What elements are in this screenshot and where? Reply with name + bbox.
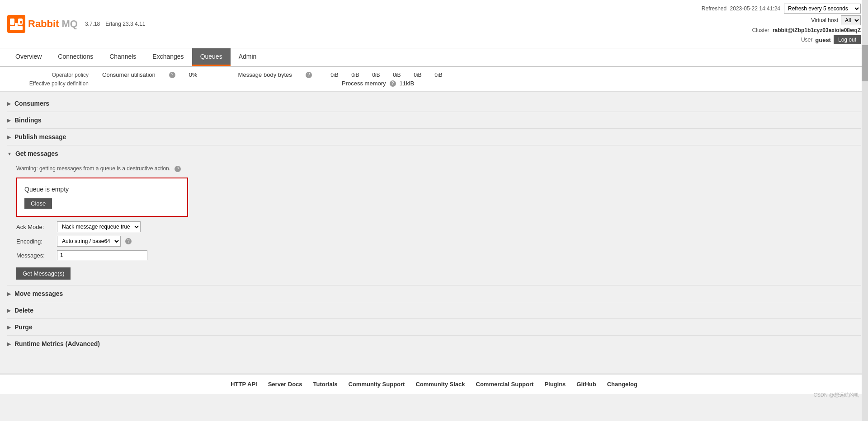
operator-policy-row: Operator policy Consumer utilisation ? 0…: [7, 70, 861, 79]
nav-item-connections[interactable]: Connections: [50, 48, 101, 66]
bindings-section-header[interactable]: ▶ Bindings: [7, 113, 861, 127]
logo: RabbitMQ: [7, 15, 78, 33]
footer-link-github[interactable]: GitHub: [576, 381, 596, 388]
publish-message-section-label: Publish message: [14, 133, 66, 140]
operator-policy-label: Operator policy: [7, 72, 89, 78]
watermark: CSDN @想远航的帆: [814, 392, 859, 394]
svg-rect-3: [10, 26, 23, 30]
main-content: ▶ Consumers ▶ Bindings ▶ Publish message…: [0, 92, 868, 356]
delete-section-label: Delete: [14, 307, 33, 314]
logo-area: RabbitMQ 3.7.18 Erlang 23.3.4.11: [7, 15, 145, 33]
footer-link-commercial-support[interactable]: Commercial Support: [476, 381, 534, 388]
queue-empty-popup: Queue is empty Close: [16, 178, 188, 217]
scrollbar[interactable]: [862, 0, 868, 394]
delete-divider: [7, 318, 861, 319]
consumers-section-label: Consumers: [14, 100, 49, 107]
message-body-bytes-help[interactable]: ?: [306, 72, 312, 78]
refresh-row: Refreshed 2023-05-22 14:41:24 Refresh ev…: [702, 4, 861, 14]
publish-message-section-header[interactable]: ▶ Publish message: [7, 130, 861, 144]
footer-link-tutorials[interactable]: Tutorials: [313, 381, 338, 388]
refresh-interval-select[interactable]: Refresh every 5 seconds Refresh every 10…: [784, 4, 861, 14]
message-body-bytes-values: 0iB 0iB 0iB 0iB 0iB 0iB: [326, 72, 448, 78]
purge-section-header[interactable]: ▶ Purge: [7, 320, 861, 334]
cluster-row: Cluster rabbit@iZbp1b1cyz03axioie08wqZ: [752, 27, 861, 33]
publish-divider: [7, 145, 861, 145]
close-popup-button[interactable]: Close: [24, 198, 52, 209]
move-messages-section-label: Move messages: [14, 290, 63, 297]
refreshed-label: Refreshed 2023-05-22 14:41:24: [702, 5, 780, 12]
svg-rect-4: [15, 23, 18, 26]
messages-input[interactable]: [57, 250, 147, 260]
warning-text: Warning: getting messages from a queue i…: [16, 165, 170, 172]
get-messages-arrow-icon: ▼: [7, 151, 12, 156]
consumer-utilisation-label: Consumer utilisation: [102, 71, 156, 78]
user-label: User: [801, 37, 812, 43]
vhost-select[interactable]: All: [841, 15, 861, 25]
messages-row: Messages:: [16, 250, 861, 260]
cluster-label: Cluster: [752, 27, 769, 33]
message-body-bytes-label: Message body bytes: [238, 71, 292, 78]
move-messages-section-header[interactable]: ▶ Move messages: [7, 286, 861, 301]
get-messages-content: Warning: getting messages from a queue i…: [7, 161, 861, 284]
process-memory-label: Process memory: [342, 80, 386, 87]
purge-arrow-icon: ▶: [7, 325, 11, 330]
footer-link-changelog[interactable]: Changelog: [607, 381, 637, 388]
vhost-label: Virtual host: [811, 17, 838, 23]
byte-val-6: 0iB: [429, 72, 448, 78]
byte-val-5: 0iB: [409, 72, 427, 78]
get-messages-section-label: Get messages: [15, 150, 58, 157]
encoding-row: Encoding: Auto string / base64 base64 ?: [16, 236, 861, 247]
scrollbar-thumb[interactable]: [862, 45, 868, 81]
nav-item-overview[interactable]: Overview: [7, 48, 50, 66]
ack-mode-select[interactable]: Nack message requeue true Ack message re…: [57, 221, 141, 232]
main-nav: Overview Connections Channels Exchanges …: [0, 48, 868, 67]
purge-divider: [7, 335, 861, 336]
runtime-metrics-arrow-icon: ▶: [7, 341, 11, 346]
delete-section-header[interactable]: ▶ Delete: [7, 303, 861, 318]
effective-policy-row: Effective policy definition Process memo…: [7, 79, 861, 88]
get-messages-button[interactable]: Get Message(s): [16, 267, 71, 280]
footer-link-server-docs[interactable]: Server Docs: [268, 381, 302, 388]
nav-item-exchanges[interactable]: Exchanges: [144, 48, 192, 66]
warning-help-icon[interactable]: ?: [175, 166, 181, 172]
footer-link-plugins[interactable]: Plugins: [544, 381, 566, 388]
top-bar: RabbitMQ 3.7.18 Erlang 23.3.4.11 Refresh…: [0, 0, 868, 48]
warning-row: Warning: getting messages from a queue i…: [16, 165, 861, 172]
byte-val-2: 0iB: [346, 72, 364, 78]
encoding-label: Encoding:: [16, 238, 52, 245]
encoding-help-icon[interactable]: ?: [125, 238, 132, 244]
encoding-select[interactable]: Auto string / base64 base64: [57, 236, 121, 247]
consumers-section-header[interactable]: ▶ Consumers: [7, 96, 861, 111]
footer-link-community-support[interactable]: Community Support: [349, 381, 405, 388]
move-messages-arrow-icon: ▶: [7, 291, 11, 296]
byte-val-3: 0iB: [367, 72, 385, 78]
purge-section-label: Purge: [14, 323, 33, 331]
username: guest: [815, 37, 831, 43]
logout-button[interactable]: Log out: [834, 35, 861, 44]
process-memory-help[interactable]: ?: [390, 80, 396, 87]
vhost-row: Virtual host All: [811, 15, 861, 25]
process-memory-value: 11kiB: [400, 80, 415, 87]
logo-rabbitmq-text: Rabbit: [28, 18, 59, 30]
svg-rect-1: [10, 19, 14, 25]
version-info: 3.7.18 Erlang 23.3.4.11: [85, 21, 145, 27]
get-messages-section-header[interactable]: ▼ Get messages: [7, 146, 861, 161]
bindings-divider: [7, 128, 861, 129]
bindings-section-label: Bindings: [14, 117, 42, 124]
move-messages-divider: [7, 302, 861, 302]
footer-link-http-api[interactable]: HTTP API: [231, 381, 257, 388]
footer-link-community-slack[interactable]: Community Slack: [415, 381, 465, 388]
version-number: 3.7.18: [85, 21, 100, 27]
runtime-metrics-section-header[interactable]: ▶ Runtime Metrics (Advanced): [7, 337, 861, 351]
nav-item-queues[interactable]: Queues: [192, 48, 231, 66]
rabbitmq-logo-icon: [7, 15, 25, 33]
footer: HTTP API Server Docs Tutorials Community…: [0, 374, 868, 394]
consumer-utilisation-help[interactable]: ?: [169, 72, 175, 78]
nav-item-admin[interactable]: Admin: [231, 48, 265, 66]
info-section: Operator policy Consumer utilisation ? 0…: [0, 67, 868, 92]
nav-item-channels[interactable]: Channels: [101, 48, 144, 66]
queue-empty-message: Queue is empty: [24, 186, 180, 193]
svg-rect-5: [20, 21, 22, 23]
get-messages-divider: [7, 285, 861, 285]
user-row: User guest Log out: [801, 35, 861, 44]
